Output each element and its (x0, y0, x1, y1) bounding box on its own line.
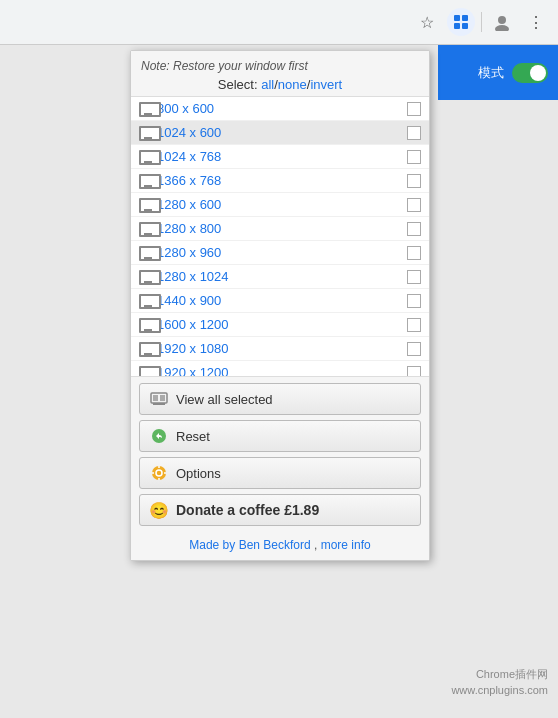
select-all-link[interactable]: all (261, 77, 274, 92)
donate-button[interactable]: 😊 Donate a coffee £1.89 (139, 494, 421, 526)
resolution-link[interactable]: 1280 x 600 (157, 197, 407, 212)
watermark-line1: Chrome插件网 (451, 667, 548, 682)
list-item[interactable]: 1280 x 600 (131, 193, 429, 217)
mode-text: 模式 (478, 64, 504, 82)
view-all-selected-button[interactable]: View all selected (139, 383, 421, 415)
view-all-selected-label: View all selected (176, 392, 273, 407)
popup-container: Note: Restore your window first Select: … (130, 50, 430, 561)
resolution-link[interactable]: 1280 x 1024 (157, 269, 407, 284)
monitor-icon (139, 174, 157, 187)
donate-label: Donate a coffee £1.89 (176, 502, 319, 518)
reset-icon (150, 427, 168, 445)
resolution-link[interactable]: 1280 x 960 (157, 245, 407, 260)
toolbar-separator (481, 12, 482, 32)
svg-rect-7 (153, 403, 165, 405)
watermark: Chrome插件网 www.cnplugins.com (451, 667, 548, 698)
popup-footer: Made by Ben Beckford , more info (131, 532, 429, 560)
menu-icon[interactable]: ⋮ (522, 8, 550, 36)
monitor-icon (139, 366, 157, 376)
resolution-checkbox[interactable] (407, 246, 421, 260)
resolution-link[interactable]: 1280 x 800 (157, 221, 407, 236)
popup-header: Note: Restore your window first Select: … (131, 51, 429, 96)
options-icon (150, 464, 168, 482)
toggle-switch[interactable] (512, 63, 548, 83)
resolution-checkbox[interactable] (407, 318, 421, 332)
monitor-icon (139, 222, 157, 235)
list-item[interactable]: 1280 x 960 (131, 241, 429, 265)
resolution-checkbox[interactable] (407, 270, 421, 284)
list-item[interactable]: 1280 x 1024 (131, 265, 429, 289)
resolution-checkbox[interactable] (407, 294, 421, 308)
list-item[interactable]: 1440 x 900 (131, 289, 429, 313)
watermark-line2: www.cnplugins.com (451, 683, 548, 698)
resolution-link[interactable]: 1440 x 900 (157, 293, 407, 308)
buttons-area: View all selected Reset (131, 376, 429, 532)
list-item[interactable]: 1280 x 800 (131, 217, 429, 241)
options-label: Options (176, 466, 221, 481)
options-button[interactable]: Options (139, 457, 421, 489)
resolution-link[interactable]: 800 x 600 (157, 101, 407, 116)
list-item[interactable]: 1024 x 768 (131, 145, 429, 169)
page-area: 模式 Note: Restore your window first Selec… (0, 45, 558, 718)
monitor-icon (139, 198, 157, 211)
svg-point-4 (498, 16, 506, 24)
resolution-checkbox[interactable] (407, 366, 421, 377)
resolution-list-container: 800 x 600 1024 x 600 1024 x 768 1366 x 7… (131, 96, 429, 376)
monitor-icon (139, 150, 157, 163)
resolution-list[interactable]: 800 x 600 1024 x 600 1024 x 768 1366 x 7… (131, 97, 429, 376)
made-by-link[interactable]: Made by Ben Beckford (189, 538, 310, 552)
chrome-toolbar: ☆ ⋮ (0, 0, 558, 45)
resolution-link[interactable]: 1600 x 1200 (157, 317, 407, 332)
more-info-link[interactable]: more info (321, 538, 371, 552)
footer-sep: , (311, 538, 321, 552)
resolution-link[interactable]: 1024 x 768 (157, 149, 407, 164)
monitor-icon (139, 126, 157, 139)
svg-rect-8 (153, 395, 158, 401)
monitor-icon (139, 246, 157, 259)
list-item[interactable]: 800 x 600 (131, 97, 429, 121)
reset-button[interactable]: Reset (139, 420, 421, 452)
view-all-icon (150, 390, 168, 408)
note-text: Note: Restore your window first (141, 59, 419, 73)
svg-rect-3 (462, 23, 468, 29)
resolution-checkbox[interactable] (407, 150, 421, 164)
resolution-checkbox[interactable] (407, 342, 421, 356)
svg-rect-0 (454, 15, 460, 21)
resolution-link[interactable]: 1920 x 1080 (157, 341, 407, 356)
svg-rect-1 (462, 15, 468, 21)
monitor-icon (139, 270, 157, 283)
select-invert-link[interactable]: invert (310, 77, 342, 92)
donate-icon: 😊 (150, 501, 168, 519)
resolution-link[interactable]: 1366 x 768 (157, 173, 407, 188)
profile-icon[interactable] (488, 8, 516, 36)
list-item[interactable]: 1600 x 1200 (131, 313, 429, 337)
extension-icon[interactable] (447, 8, 475, 36)
resolution-checkbox[interactable] (407, 198, 421, 212)
svg-point-5 (495, 25, 509, 31)
select-none-link[interactable]: none (278, 77, 307, 92)
resolution-checkbox[interactable] (407, 222, 421, 236)
resolution-link[interactable]: 1920 x 1200 (157, 365, 407, 376)
resolution-checkbox[interactable] (407, 126, 421, 140)
monitor-icon (139, 342, 157, 355)
resolution-checkbox[interactable] (407, 102, 421, 116)
svg-point-11 (152, 466, 166, 480)
select-label: Select: (218, 77, 261, 92)
svg-rect-9 (160, 395, 165, 401)
reset-label: Reset (176, 429, 210, 444)
list-item[interactable]: 1920 x 1080 (131, 337, 429, 361)
blue-header: 模式 (438, 45, 558, 100)
resolution-checkbox[interactable] (407, 174, 421, 188)
list-item[interactable]: 1920 x 1200 (131, 361, 429, 376)
monitor-icon (139, 318, 157, 331)
resolution-link[interactable]: 1024 x 600 (157, 125, 407, 140)
list-item[interactable]: 1024 x 600 (131, 121, 429, 145)
monitor-icon (139, 294, 157, 307)
monitor-icon (139, 102, 157, 115)
svg-rect-2 (454, 23, 460, 29)
bookmark-icon[interactable]: ☆ (413, 8, 441, 36)
list-item[interactable]: 1366 x 768 (131, 169, 429, 193)
select-row: Select: all/none/invert (141, 77, 419, 92)
